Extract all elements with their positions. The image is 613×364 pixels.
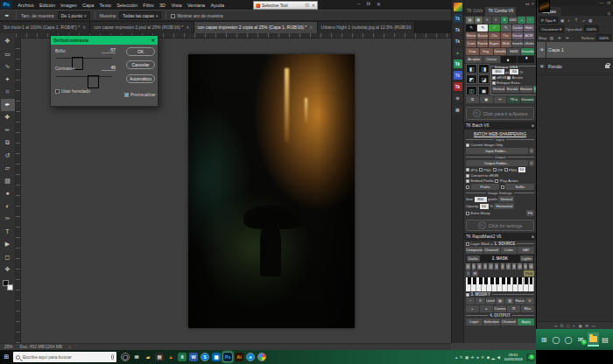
tk-panel-icon-1[interactable]: Tk bbox=[454, 14, 462, 23]
action-center-icon[interactable]: ▭1 bbox=[526, 354, 534, 361]
tk-panel-icon-2[interactable]: Tk bbox=[454, 25, 462, 34]
app-illustrator[interactable]: Ai bbox=[235, 353, 243, 361]
layer-mask-checkbox[interactable] bbox=[466, 242, 469, 246]
tab-close-icon[interactable]: ✕ bbox=[309, 22, 313, 33]
levels-button[interactable]: Levels bbox=[486, 298, 495, 304]
canvas-image[interactable] bbox=[188, 54, 355, 328]
web-size-field[interactable]: 800 bbox=[492, 69, 504, 74]
format-jpg[interactable]: JPG bbox=[466, 168, 477, 172]
taskbar-clock[interactable]: 23:5110/05/2018 bbox=[504, 353, 523, 361]
blend-suave-button[interactable]: Suave bbox=[477, 32, 488, 39]
history-brush-tool[interactable]: ↺ bbox=[1, 150, 15, 163]
tray-up-icon[interactable]: ▴ bbox=[455, 355, 457, 360]
composite-button[interactable]: Composite bbox=[466, 247, 483, 254]
format-psd[interactable]: PSD bbox=[479, 168, 491, 172]
app-skype[interactable]: S bbox=[201, 353, 209, 361]
guardar-button[interactable]: Guardar bbox=[521, 48, 534, 55]
brush-tool[interactable]: ✏ bbox=[1, 124, 15, 137]
tray-cloud-icon[interactable]: ● bbox=[476, 355, 479, 360]
dialog-close-icon[interactable]: ✕ bbox=[151, 38, 155, 43]
blend-mult-button[interactable]: Mult bbox=[501, 40, 511, 47]
mask-key-button[interactable]: 4 bbox=[477, 263, 483, 270]
restore-icon[interactable]: ⧉ bbox=[367, 1, 370, 7]
selective-tool-window[interactable]: Selective Tool ⊡ ✕ bbox=[253, 1, 318, 10]
fs-button[interactable]: FS bbox=[526, 210, 534, 216]
auto-button[interactable]: Automático bbox=[126, 74, 155, 83]
blend-tra-button[interactable]: Tra bbox=[501, 32, 511, 39]
zoom-100-button[interactable]: 100% bbox=[509, 17, 517, 24]
escala-button[interactable]: Escala bbox=[506, 86, 519, 93]
format-png[interactable]: PNG bbox=[504, 168, 517, 172]
blend-norm-button[interactable]: Norm bbox=[466, 32, 476, 39]
marquee-tool[interactable]: ▭ bbox=[1, 48, 15, 61]
quick-selection-tool[interactable]: ✦ bbox=[1, 74, 15, 87]
channel-button[interactable]: Channel bbox=[483, 247, 500, 254]
start-button[interactable]: ⊞ bbox=[0, 354, 13, 360]
sw-button[interactable]: S&W bbox=[507, 48, 520, 55]
sample-layers-dropdown[interactable]: Todas las capas▾ bbox=[119, 11, 161, 19]
menu-item[interactable]: Archivo bbox=[15, 3, 37, 8]
img-button[interactable]: Img. bbox=[480, 48, 493, 55]
blend-lum-button[interactable]: Lum bbox=[466, 40, 476, 47]
batch-vertical-button[interactable]: Vertical bbox=[498, 196, 514, 202]
mask-button-6[interactable]: ▣ bbox=[478, 86, 490, 95]
acr-button[interactable]: ACR bbox=[524, 32, 534, 39]
menu-item[interactable]: 3D bbox=[157, 3, 168, 8]
app-cortana[interactable]: ◯ bbox=[121, 353, 130, 361]
show-ring-checkbox[interactable]: Mostrar aro de muestra bbox=[171, 13, 222, 18]
tray-shield-icon[interactable]: ◆ bbox=[487, 355, 490, 360]
restore-icon[interactable]: ⊡ bbox=[607, 1, 610, 5]
app-excel[interactable]: X bbox=[178, 353, 187, 361]
menu-item[interactable]: Texto bbox=[96, 3, 114, 8]
menu-item[interactable]: Selección bbox=[114, 3, 140, 8]
plus-button[interactable]: + bbox=[466, 305, 479, 312]
format-tif[interactable]: TIF bbox=[493, 168, 503, 172]
app-notes[interactable]: ▤ bbox=[155, 353, 164, 361]
mod-a-button[interactable]: ▤ bbox=[496, 298, 504, 304]
panel-menu-icon[interactable]: ≡ bbox=[532, 123, 534, 128]
filter-shape-icon[interactable]: ▱ bbox=[581, 18, 587, 23]
custom-button[interactable]: Custom bbox=[512, 24, 523, 32]
background-color[interactable] bbox=[7, 284, 13, 290]
shape-tool[interactable]: ◻ bbox=[1, 251, 15, 264]
pick-button[interactable]: Pick bbox=[524, 270, 534, 276]
delete-layer-icon[interactable]: ▭ bbox=[591, 324, 595, 328]
layer-row-fondo[interactable]: 👁 Fondo bbox=[537, 59, 613, 75]
output-layer-button[interactable]: Layer bbox=[466, 318, 483, 326]
pen-tool[interactable]: ✑ bbox=[1, 213, 15, 226]
layer-style-icon[interactable]: fx bbox=[560, 324, 564, 328]
mask-key-button[interactable]: 4 bbox=[518, 263, 523, 270]
eraser-tool[interactable]: ▱ bbox=[1, 162, 15, 175]
invertir-button[interactable]: Invertir bbox=[512, 40, 523, 47]
doc-tab-2[interactable]: con capas impresion 2.psd al 25% (RGB/16… bbox=[90, 22, 194, 33]
mask-button-1[interactable]: ◧ bbox=[466, 64, 477, 74]
i-button[interactable]: I bbox=[466, 270, 470, 276]
tray-signal-icon[interactable]: ▂ bbox=[492, 355, 495, 360]
horizontal-button[interactable]: Horizontal bbox=[520, 86, 533, 93]
batch-opacity-field[interactable]: 50 bbox=[480, 204, 489, 209]
tk-panel-icon-3[interactable]: Tk bbox=[454, 37, 462, 46]
task-view-icon[interactable]: ◯ bbox=[563, 332, 574, 346]
argb-checkbox[interactable] bbox=[492, 76, 496, 80]
clear-output-button[interactable]: X bbox=[529, 160, 534, 166]
cancel-button[interactable]: Cancelar bbox=[126, 60, 155, 69]
thumb-light-button[interactable]: ▝ bbox=[518, 56, 534, 63]
mask-key-button[interactable]: 3 bbox=[483, 263, 489, 270]
app-store[interactable]: ▦ bbox=[212, 353, 221, 361]
tk-panel-tab[interactable]: TK CoVs bbox=[464, 7, 485, 16]
tk-panel-tab[interactable]: TK Combo V6 bbox=[485, 7, 516, 16]
tk-doc-icon[interactable]: ▤ bbox=[454, 105, 462, 114]
microphone-icon[interactable] bbox=[111, 354, 114, 360]
dodge-tool[interactable]: ◐ bbox=[1, 200, 15, 214]
app-mail[interactable]: ✉ bbox=[132, 353, 141, 361]
new-doc-button[interactable]: ▦ bbox=[475, 17, 483, 24]
doc-tab-4[interactable]: Urbano Night 1 (subida).jpg al 12,5% (RG… bbox=[318, 22, 416, 33]
tk-traffic-icon[interactable]: ● bbox=[454, 48, 462, 57]
clear-input-button[interactable]: X bbox=[529, 148, 534, 154]
desat-button[interactable]: Desat bbox=[512, 32, 523, 39]
tray-volume-icon[interactable]: ◀ bbox=[497, 355, 500, 360]
cut-button[interactable]: ✂ bbox=[494, 96, 507, 103]
group-layers-icon[interactable]: ▣ bbox=[578, 324, 581, 328]
filter-type-icon[interactable]: T bbox=[574, 18, 580, 23]
mask-key-button[interactable]: 6 bbox=[529, 263, 534, 270]
